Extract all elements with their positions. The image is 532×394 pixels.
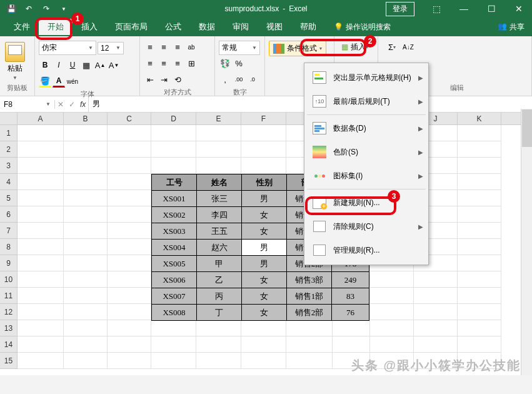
cell[interactable] — [18, 174, 64, 190]
ribbon-options-icon[interactable]: ⬚ — [423, 0, 449, 18]
row-header[interactable]: 15 — [0, 353, 18, 369]
cell[interactable] — [333, 320, 370, 336]
cell[interactable] — [18, 141, 64, 158]
table-cell[interactable]: XS004 — [152, 240, 197, 256]
paste-button[interactable]: 粘贴 ▼ — [4, 41, 26, 82]
table-cell[interactable]: 丁 — [197, 305, 242, 321]
comma-button[interactable]: , — [219, 73, 231, 86]
menu-manage-rules[interactable]: 管理规则(R)... — [304, 238, 428, 262]
align-bottom-button[interactable]: ≡ — [171, 41, 184, 53]
cell[interactable] — [458, 174, 501, 190]
tab-home[interactable]: 开始 — [39, 19, 73, 35]
cell[interactable] — [108, 320, 151, 336]
cell[interactable] — [151, 125, 196, 141]
table-cell[interactable]: 乙 — [197, 272, 242, 288]
column-header[interactable]: B — [64, 113, 108, 124]
cell[interactable] — [370, 304, 414, 320]
cell[interactable] — [64, 206, 108, 223]
cell[interactable] — [241, 353, 286, 369]
cell[interactable] — [458, 255, 501, 271]
cell[interactable] — [108, 336, 151, 353]
row-header[interactable]: 2 — [0, 141, 18, 158]
menu-new-rule[interactable]: 新建规则(N)... — [304, 191, 428, 215]
select-all-corner[interactable] — [0, 113, 18, 124]
cell[interactable] — [241, 158, 286, 174]
tab-view[interactable]: 视图 — [258, 19, 291, 35]
table-cell[interactable]: 销售1部 — [287, 288, 332, 305]
maximize-button[interactable]: ☐ — [478, 0, 504, 18]
cell[interactable] — [286, 320, 333, 336]
cell[interactable] — [18, 190, 64, 206]
cell[interactable] — [18, 125, 64, 141]
cancel-icon[interactable]: ✕ — [58, 100, 64, 109]
cell[interactable] — [151, 353, 196, 369]
table-cell[interactable]: 女 — [242, 288, 287, 305]
table-cell[interactable]: 女 — [242, 305, 287, 321]
table-cell[interactable]: 76 — [332, 305, 369, 321]
table-cell[interactable]: 王五 — [197, 223, 242, 240]
fill-color-button[interactable]: 🪣 — [39, 75, 51, 88]
row-header[interactable]: 14 — [0, 336, 18, 353]
cell[interactable] — [196, 141, 241, 158]
cell[interactable] — [458, 141, 501, 158]
tab-page-layout[interactable]: 页面布局 — [106, 19, 156, 35]
menu-data-bars[interactable]: 数据条(D)▶ — [304, 116, 428, 140]
table-cell[interactable]: 女 — [242, 223, 287, 240]
cell[interactable] — [241, 336, 286, 353]
cell[interactable] — [108, 174, 151, 190]
cell[interactable] — [458, 190, 501, 206]
table-cell[interactable]: XS005 — [152, 256, 197, 272]
column-header[interactable]: E — [196, 113, 241, 124]
cell[interactable] — [64, 158, 108, 174]
tab-data[interactable]: 数据 — [190, 19, 224, 35]
cell[interactable] — [108, 239, 151, 255]
table-cell[interactable]: 赵六 — [197, 240, 242, 256]
menu-color-scales[interactable]: 色阶(S)▶ — [304, 140, 428, 164]
align-top-button[interactable]: ≡ — [144, 41, 156, 53]
cell[interactable] — [108, 288, 151, 304]
align-center-button[interactable]: ≡ — [158, 57, 170, 69]
redo-icon[interactable]: ↷ — [40, 3, 53, 15]
cell[interactable] — [108, 141, 151, 158]
row-header[interactable]: 9 — [0, 255, 18, 271]
row-header[interactable]: 13 — [0, 320, 18, 336]
login-button[interactable]: 登录 — [386, 2, 414, 16]
table-cell[interactable]: 销售3部 — [287, 272, 332, 288]
cell[interactable] — [414, 320, 458, 336]
fx-icon[interactable]: fx — [80, 100, 86, 109]
cell[interactable] — [151, 336, 196, 353]
cell[interactable] — [108, 304, 151, 320]
cell[interactable] — [18, 223, 64, 239]
underline-button[interactable]: U — [66, 59, 79, 71]
cell[interactable] — [108, 223, 151, 239]
cell[interactable] — [414, 336, 458, 353]
cell[interactable] — [64, 174, 108, 190]
merge-cells-button[interactable]: ⊞ — [185, 57, 198, 69]
wrap-text-button[interactable]: ab — [185, 41, 198, 53]
cell[interactable] — [64, 223, 108, 239]
tab-help[interactable]: 帮助 — [291, 19, 325, 35]
cell[interactable] — [286, 336, 333, 353]
cell[interactable] — [64, 288, 108, 304]
table-cell[interactable]: 甲 — [197, 256, 242, 272]
conditional-format-button[interactable]: 条件格式 ▾ — [269, 41, 326, 56]
cell[interactable] — [18, 239, 64, 255]
table-cell[interactable]: XS001 — [152, 191, 197, 207]
cell[interactable] — [151, 158, 196, 174]
cell[interactable] — [333, 336, 370, 353]
menu-icon-sets[interactable]: 图标集(I)▶ — [304, 164, 428, 188]
percent-button[interactable]: % — [233, 57, 245, 69]
cell[interactable] — [151, 141, 196, 158]
menu-clear-rules[interactable]: 清除规则(C)▶ — [304, 215, 428, 238]
cell[interactable] — [458, 320, 501, 336]
table-cell[interactable]: 男 — [242, 240, 287, 256]
table-cell[interactable]: 83 — [332, 288, 369, 305]
row-header[interactable]: 1 — [0, 125, 18, 141]
table-cell[interactable]: 丙 — [197, 288, 242, 305]
table-cell[interactable]: XS007 — [152, 288, 197, 305]
undo-icon[interactable]: ↶ — [23, 3, 35, 15]
table-cell[interactable]: 销售2部 — [287, 305, 332, 321]
table-cell[interactable]: 女 — [242, 207, 287, 223]
column-header[interactable]: K — [458, 113, 501, 124]
cell[interactable] — [196, 125, 241, 141]
